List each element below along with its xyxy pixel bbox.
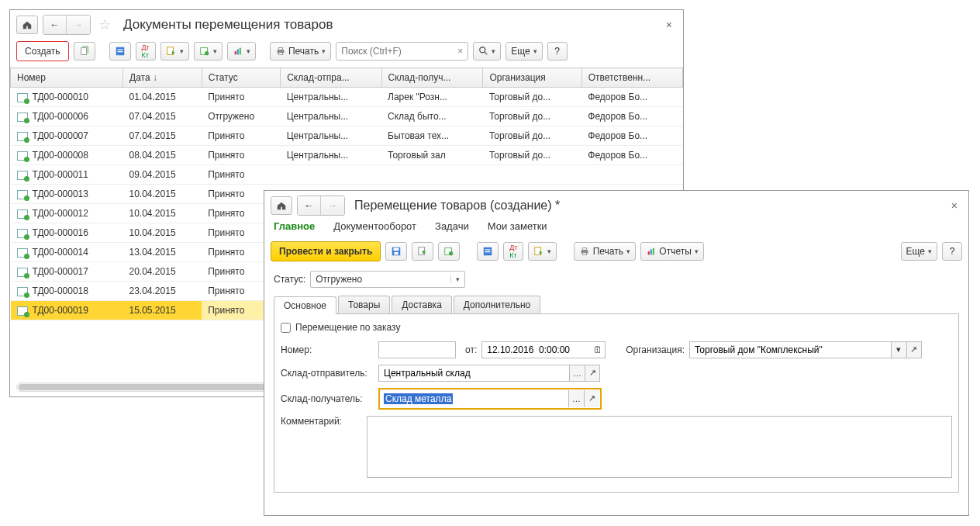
table-row[interactable]: ТД00-00000808.04.2015ПринятоЦентральны..… [11, 146, 683, 165]
more-button[interactable]: Еще [506, 42, 542, 61]
svg-point-6 [205, 51, 209, 55]
document-icon [17, 132, 28, 141]
svg-rect-0 [81, 48, 86, 55]
column-header[interactable]: Дата [123, 68, 202, 88]
number-date-row: Номер: от: 🗓 Организация: ▾ ↗ [281, 341, 952, 358]
post-and-close-button[interactable]: Провести и закрыть [271, 241, 381, 261]
organization-input[interactable] [693, 344, 888, 356]
status-combo[interactable]: Отгружено ▾ [310, 271, 465, 288]
status-sub-button[interactable] [477, 242, 499, 261]
more-sub-button[interactable]: Еще [901, 242, 937, 261]
table-row[interactable]: ТД00-00000707.04.2015ПринятоЦентральны..… [11, 126, 683, 146]
reports-sub-button[interactable]: Отчеты [640, 242, 704, 261]
warehouse-to-row: Склад-получатель: Склад металла … ↗ [281, 388, 952, 410]
warehouse-to-field[interactable]: Склад металла [381, 390, 568, 407]
sub-window-title: Перемещение товаров (создание) * [354, 199, 560, 213]
print-button[interactable]: Печать [270, 42, 332, 61]
post-button[interactable] [412, 242, 433, 261]
number-input[interactable] [382, 344, 452, 356]
table-cell: Склад быто... [381, 107, 483, 126]
print-sub-button[interactable]: Печать [574, 242, 636, 261]
column-header[interactable]: Склад-отпра... [281, 68, 381, 88]
table-cell: ТД00-000011 [11, 165, 123, 185]
by-order-checkbox-input[interactable] [281, 323, 291, 333]
table-cell: 08.04.2015 [123, 146, 202, 165]
inner-tab[interactable]: Дополнительно [454, 296, 540, 313]
edo-button[interactable] [194, 42, 223, 61]
sub-close-button[interactable]: × [947, 199, 962, 212]
org-open-icon[interactable]: ↗ [906, 341, 922, 358]
search-options-button[interactable] [473, 42, 501, 61]
svg-rect-7 [234, 51, 236, 54]
wh-to-open-icon[interactable]: ↗ [584, 390, 599, 407]
wh-to-select-icon[interactable]: … [568, 390, 584, 407]
based-on-sub-button[interactable] [528, 242, 557, 261]
help-button[interactable]: ? [547, 42, 568, 61]
svg-line-14 [485, 52, 488, 55]
column-header[interactable]: Организация [483, 68, 581, 88]
sub-forward-button[interactable]: → [321, 196, 344, 215]
table-cell [483, 165, 581, 185]
edo-sub-button[interactable] [438, 242, 460, 261]
by-order-checkbox[interactable]: Перемещение по заказу [281, 322, 400, 333]
svg-rect-2 [117, 49, 122, 50]
column-header[interactable]: Склад-получ... [381, 68, 483, 88]
dt-kt-sub-button[interactable]: ДтКт [503, 242, 523, 261]
sub-titlebar: ← → Перемещение товаров (создание) * × [264, 191, 968, 219]
wh-from-select-icon[interactable]: … [569, 365, 585, 382]
back-button[interactable]: ← [43, 16, 67, 34]
table-cell: 10.04.2015 [123, 204, 202, 223]
sub-back-button[interactable]: ← [298, 196, 321, 215]
set-status-button[interactable] [109, 42, 131, 61]
create-button[interactable]: Создать [16, 41, 69, 61]
warehouse-from-row: Склад-отправитель: … ↗ [281, 365, 952, 382]
copy-button[interactable] [74, 42, 95, 61]
nav-tab[interactable]: Мои заметки [488, 220, 547, 232]
search-input[interactable] [336, 46, 453, 57]
table-row[interactable]: ТД00-00000607.04.2015ОтгруженоЦентральны… [11, 107, 683, 126]
calendar-icon[interactable]: 🗓 [593, 344, 602, 355]
table-cell: Центральны... [281, 107, 381, 126]
create-based-on-button[interactable] [160, 42, 189, 61]
document-icon [17, 229, 28, 238]
main-close-button[interactable]: × [661, 19, 677, 31]
document-icon [17, 112, 28, 122]
comment-textarea[interactable] [367, 416, 952, 478]
column-header[interactable]: Ответственн... [581, 68, 682, 88]
document-edit-window: ← → Перемещение товаров (создание) * × Г… [264, 190, 969, 516]
nav-tab[interactable]: Главное [274, 220, 315, 232]
table-row[interactable]: ТД00-00001109.04.2015Принято [11, 165, 683, 185]
search-clear-icon[interactable]: × [453, 46, 468, 57]
warehouse-from-field[interactable] [378, 365, 569, 382]
inner-tab[interactable]: Товары [338, 296, 390, 313]
save-button[interactable] [385, 242, 407, 261]
reports-button[interactable] [227, 42, 256, 61]
favorite-star-icon[interactable]: ☆ [95, 16, 114, 33]
help-sub-button[interactable]: ? [942, 242, 962, 261]
home-button[interactable] [16, 16, 38, 34]
table-cell: Федоров Бо... [581, 88, 682, 107]
warehouse-from-input[interactable] [382, 367, 566, 379]
column-header[interactable]: Статус [202, 68, 280, 88]
nav-tab[interactable]: Документооборот [333, 220, 416, 232]
inner-tab[interactable]: Доставка [392, 296, 452, 313]
dt-kt-button[interactable]: ДтКт [136, 42, 156, 61]
column-header[interactable]: Номер [11, 68, 123, 88]
table-cell: ТД00-000010 [11, 88, 123, 107]
forward-button[interactable]: → [67, 16, 90, 34]
svg-rect-12 [278, 53, 282, 55]
table-cell: ТД00-000012 [11, 204, 123, 223]
date-field[interactable]: 🗓 [481, 341, 606, 358]
table-cell: 13.04.2015 [123, 243, 202, 262]
inner-tab[interactable]: Основное [274, 296, 336, 314]
status-dropdown-icon[interactable]: ▾ [450, 275, 464, 283]
number-field[interactable] [378, 341, 456, 358]
nav-tab[interactable]: Задачи [435, 220, 469, 232]
org-dropdown-icon[interactable]: ▾ [891, 341, 906, 358]
organization-field[interactable] [689, 341, 891, 358]
table-row[interactable]: ТД00-00001001.04.2015ПринятоЦентральны..… [11, 88, 683, 107]
sub-home-button[interactable] [271, 196, 292, 215]
main-toolbar: Создать ДтКт Печать × Еще ? [10, 38, 683, 67]
wh-from-open-icon[interactable]: ↗ [585, 365, 600, 382]
date-input[interactable] [485, 344, 602, 356]
